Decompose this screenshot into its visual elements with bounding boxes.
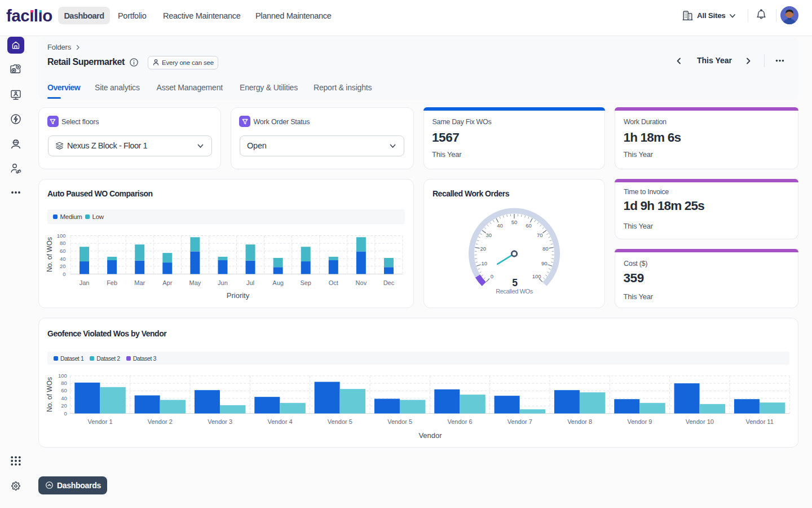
svg-text:Vendor 4: Vendor 4: [268, 418, 293, 425]
svg-text:50: 50: [511, 219, 518, 225]
svg-text:0: 0: [64, 410, 67, 417]
svg-text:5: 5: [512, 277, 518, 288]
svg-text:20: 20: [60, 263, 66, 269]
svg-text:Vendor 5: Vendor 5: [387, 418, 412, 425]
svg-text:90: 90: [541, 260, 548, 266]
svg-text:Oct: Oct: [329, 279, 338, 286]
svg-text:100: 100: [58, 373, 67, 379]
svg-text:Aug: Aug: [272, 279, 284, 286]
svg-text:No. of WOs: No. of WOs: [46, 377, 54, 412]
svg-text:30: 30: [486, 232, 492, 238]
svg-text:Dec: Dec: [383, 279, 395, 286]
svg-text:Recalled WOs: Recalled WOs: [496, 288, 533, 295]
svg-text:10: 10: [481, 260, 487, 266]
svg-text:100: 100: [57, 233, 66, 239]
svg-text:Vendor 6: Vendor 6: [447, 418, 472, 425]
svg-text:40: 40: [497, 222, 503, 229]
svg-text:Vendor 8: Vendor 8: [567, 418, 592, 425]
svg-text:May: May: [189, 279, 201, 286]
svg-text:Vendor 9: Vendor 9: [627, 418, 652, 425]
svg-text:Mar: Mar: [134, 279, 145, 286]
svg-text:0: 0: [491, 273, 493, 279]
svg-text:Priority: Priority: [227, 291, 250, 300]
svg-text:80: 80: [60, 240, 66, 246]
svg-text:60: 60: [61, 387, 67, 393]
svg-text:Sep: Sep: [300, 279, 311, 286]
svg-text:80: 80: [542, 246, 549, 252]
svg-text:Vendor 11: Vendor 11: [745, 418, 773, 425]
svg-text:Vendor 7: Vendor 7: [508, 418, 532, 425]
svg-text:Feb: Feb: [107, 279, 117, 286]
svg-text:Vendor 1: Vendor 1: [88, 418, 113, 425]
svg-text:Jul: Jul: [246, 279, 254, 286]
svg-text:80: 80: [61, 380, 67, 386]
svg-text:20: 20: [480, 246, 486, 252]
svg-text:40: 40: [60, 256, 66, 262]
svg-text:40: 40: [61, 395, 67, 401]
svg-text:100: 100: [532, 273, 541, 279]
svg-text:Vendor 2: Vendor 2: [148, 418, 173, 425]
svg-text:60: 60: [60, 248, 66, 254]
svg-text:Vendor 10: Vendor 10: [686, 418, 714, 425]
svg-text:Apr: Apr: [162, 279, 172, 286]
svg-text:Jan: Jan: [80, 279, 90, 286]
svg-text:60: 60: [526, 222, 532, 229]
svg-text:70: 70: [537, 232, 543, 238]
svg-text:Vendor 3: Vendor 3: [208, 418, 232, 425]
svg-text:Nov: Nov: [356, 279, 367, 286]
svg-text:Vendor: Vendor: [418, 431, 442, 440]
svg-text:No. of WOs: No. of WOs: [46, 237, 54, 272]
svg-text:0: 0: [63, 271, 65, 277]
svg-text:Jun: Jun: [218, 279, 228, 286]
svg-text:Vendor 5: Vendor 5: [328, 418, 352, 425]
svg-text:20: 20: [61, 402, 67, 409]
